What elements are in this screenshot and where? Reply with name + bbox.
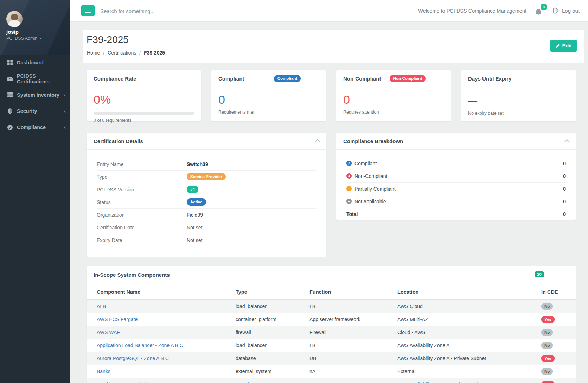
component-link[interactable]: ALB: [97, 304, 106, 309]
collapse-chevron-icon[interactable]: [564, 139, 570, 145]
breakdown-row: ! Partially Compliant 0: [346, 182, 566, 195]
stat-caption: 0 of 0 requirements: [94, 118, 194, 123]
component-location: AWS Availability Zone A - Private Subnet: [397, 378, 541, 383]
search-input[interactable]: [100, 5, 298, 17]
component-type: load_balancer: [236, 339, 309, 352]
component-link[interactable]: EC2/S 200 ECS Switch39 - Zone A B C: [97, 382, 183, 383]
stat-card-compliant: Compliant Compliant 0 Requirements met: [211, 70, 326, 121]
card-title: Certification Details: [94, 138, 143, 144]
sidebar-toggle-button[interactable]: [81, 5, 95, 16]
breakdown-value: 0: [563, 173, 566, 179]
component-link[interactable]: AWS ECS Fargate: [97, 317, 138, 322]
logout-icon: [552, 7, 559, 14]
sidebar: josip PCI DSS Admin Dashboard PCIDSS Cer…: [0, 0, 70, 383]
component-type: external_system: [236, 365, 309, 378]
component-link[interactable]: Application Load Balancer - Zone A B C: [97, 343, 183, 348]
inventory-list-icon: [7, 92, 13, 98]
logout-button[interactable]: Log out: [552, 7, 580, 14]
sidebar-item-dashboard[interactable]: Dashboard: [0, 55, 70, 71]
table-row: ALB load_balancer LB AWS Cloud No: [87, 300, 576, 313]
breadcrumb-home-link[interactable]: Home: [87, 50, 100, 56]
stat-card-days-until-expiry: Days Until Expiry — No expiry date set: [461, 70, 576, 121]
stat-caption: No expiry date set: [468, 111, 569, 116]
sidebar-item-label: Dashboard: [17, 60, 44, 65]
sidebar-item-label: PCIDSS Certifications: [17, 73, 66, 84]
avatar: [6, 11, 23, 27]
submenu-chevron-icon: ‹: [64, 125, 66, 130]
column-header: In CDE: [541, 284, 576, 300]
in-cde-badge: Yes: [541, 316, 555, 323]
table-row: AWS ECS Fargate container_platform App s…: [87, 313, 576, 326]
breakdown-row: − Not Applicable 0: [346, 195, 566, 208]
stat-caption: Requires attention: [343, 110, 444, 115]
total-label: Total: [346, 211, 358, 217]
column-header: Component Name: [87, 284, 236, 300]
sidebar-item-label: System Inventory: [17, 92, 59, 98]
stat-card-non-compliant: Non-Compliant Non-Compliant 0 Requires a…: [336, 70, 451, 121]
breadcrumb-certifications-link[interactable]: Certifications: [108, 50, 136, 56]
in-cde-badge: No: [541, 329, 553, 336]
sidebar-item-pcidss-certifications[interactable]: PCIDSS Certifications: [0, 71, 70, 87]
breakdown-label: Not Applicable: [354, 199, 386, 204]
breadcrumb-current: F39-2025: [144, 50, 165, 56]
details-row: Status Active: [97, 196, 316, 208]
components-table: Component Name Type Function Location In…: [87, 284, 576, 383]
notifications-button[interactable]: 8: [535, 5, 544, 17]
breakdown-row: ✓ Compliant 0: [346, 157, 566, 170]
component-location: AWS Availability Zone A: [397, 339, 541, 352]
compliant-badge: Compliant: [274, 75, 301, 82]
sidebar-item-system-inventory[interactable]: System Inventory ‹: [0, 87, 70, 103]
table-row: AWS WAF firewall Firewall Cloud - AWS No: [87, 326, 576, 339]
collapse-chevron-icon[interactable]: [315, 139, 320, 145]
in-cde-badge: Yes: [541, 355, 555, 362]
component-location: AWS Availability Zone A - Private Subnet: [397, 352, 541, 365]
component-link[interactable]: Banks: [97, 369, 110, 374]
breakdown-value: 0: [563, 186, 566, 192]
breadcrumb: Home / Certifications / F39-2025: [87, 50, 165, 56]
version-badge: v4: [187, 186, 198, 193]
column-header: Location: [397, 284, 541, 300]
table-row: Banks external_system nA External No: [87, 365, 576, 378]
sidebar-menu: Dashboard PCIDSS Certifications System I…: [0, 55, 70, 135]
submenu-chevron-icon: ‹: [64, 108, 66, 114]
check-circle-icon: [7, 125, 13, 130]
navbar-right: Welcome to PCI DSS Compliance Management…: [418, 0, 580, 21]
component-link[interactable]: Aurora PostgreSQL - Zone A B C: [97, 356, 169, 361]
not-applicable-minus-icon: −: [346, 199, 352, 204]
component-link[interactable]: AWS WAF: [97, 330, 120, 335]
welcome-text: Welcome to PCI DSS Compliance Management: [418, 8, 526, 14]
sidebar-item-security[interactable]: Security ‹: [0, 103, 70, 119]
component-location: Cloud - AWS: [397, 326, 541, 339]
pencil-icon: [555, 44, 560, 48]
stat-card-compliance-rate: Compliance Rate 0% 0 of 0 requirements: [87, 70, 201, 121]
breakdown-value: 0: [563, 161, 566, 166]
compliance-rate-value: 0%: [94, 93, 194, 107]
components-card: In-Scope System Components 10 Component …: [87, 266, 576, 383]
table-row-partial: EC2/S 200 ECS Switch39 - Zone A B C cont…: [87, 378, 576, 383]
type-badge: Service Provider: [187, 173, 226, 180]
certification-date-value: Not set: [187, 225, 202, 230]
column-header: Function: [309, 284, 397, 300]
card-title: Compliant: [218, 76, 244, 82]
breakdown-row: × Non-Compliant 0: [346, 170, 566, 182]
status-badge: Active: [187, 198, 206, 205]
in-cde-badge: No: [541, 303, 553, 310]
component-function: App: [309, 378, 397, 383]
compliant-value: 0: [218, 93, 319, 107]
hamburger-icon: [85, 9, 91, 9]
total-value: 0: [563, 211, 566, 217]
edit-button[interactable]: Edit: [550, 40, 577, 52]
component-function: Firewall: [309, 326, 397, 339]
progress-bar: [94, 112, 194, 115]
sidebar-item-compliance[interactable]: Compliance ‹: [0, 119, 70, 135]
user-role-dropdown[interactable]: PCI DSS Admin: [6, 36, 42, 41]
card-title: Days Until Expiry: [468, 76, 511, 82]
component-type: load_balancer: [236, 300, 309, 313]
breakdown-total-row: Total 0: [346, 208, 566, 220]
in-cde-badge: Yes: [541, 381, 555, 383]
card-title: In-Scope System Components: [94, 272, 170, 278]
component-function: App server frameweork: [309, 313, 397, 326]
table-row: Aurora PostgreSQL - Zone A B C database …: [87, 352, 576, 365]
in-cde-badge: No: [541, 368, 553, 375]
user-role-label: PCI DSS Admin: [6, 36, 37, 41]
